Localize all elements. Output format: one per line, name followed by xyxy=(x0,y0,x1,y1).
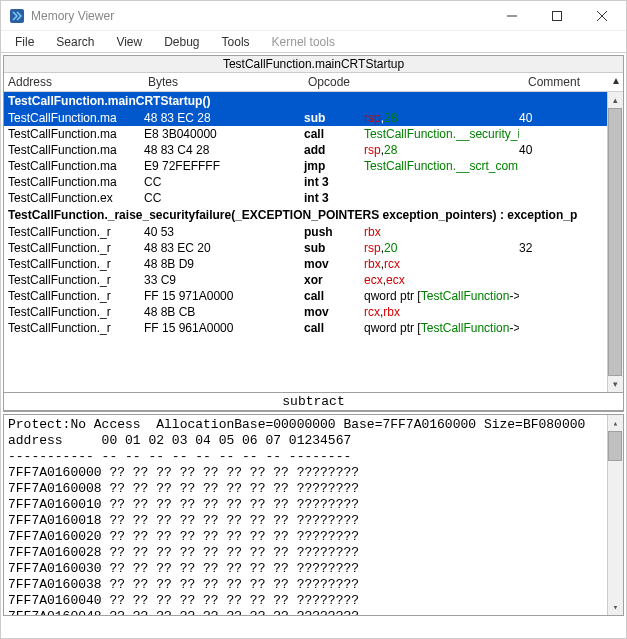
menu-tools[interactable]: Tools xyxy=(212,33,260,51)
row-opcode: sub xyxy=(304,111,364,125)
disasm-row[interactable]: TestCallFunction.maE8 3B040000callTestCa… xyxy=(4,126,623,142)
instruction-info-bar: subtract xyxy=(4,392,623,411)
disasm-row[interactable]: TestCallFunction.maE9 72FEFFFFjmpTestCal… xyxy=(4,158,623,174)
close-button[interactable] xyxy=(579,2,624,30)
disasm-row[interactable]: TestCallFunction._r33 C9xorecx,ecx xyxy=(4,272,623,288)
hex-row[interactable]: 7FF7A0160030 ?? ?? ?? ?? ?? ?? ?? ?? ???… xyxy=(8,561,619,577)
maximize-button[interactable] xyxy=(534,2,579,30)
disasm-row[interactable]: TestCallFunction.maCCint 3 xyxy=(4,174,623,190)
col-address[interactable]: Address xyxy=(4,73,144,91)
hex-row[interactable]: 7FF7A0160008 ?? ?? ?? ?? ?? ?? ?? ?? ???… xyxy=(8,481,619,497)
row-address: TestCallFunction.ma xyxy=(8,175,144,189)
disasm-scrollbar[interactable]: ▴ ▾ xyxy=(607,92,623,392)
col-opcode[interactable]: Opcode xyxy=(304,73,364,91)
row-opcode: int 3 xyxy=(304,191,364,205)
scroll-up-arrow-icon[interactable]: ▴ xyxy=(608,92,623,108)
col-comment[interactable]: Comment xyxy=(524,73,608,91)
svg-rect-2 xyxy=(552,11,561,20)
hex-row[interactable]: 7FF7A0160040 ?? ?? ?? ?? ?? ?? ?? ?? ???… xyxy=(8,593,619,609)
row-address: TestCallFunction.ma xyxy=(8,127,144,141)
row-bytes: 48 83 C4 28 xyxy=(144,143,304,157)
row-comment xyxy=(519,159,619,173)
disassembly-list[interactable]: TestCallFunction.mainCRTStartup()TestCal… xyxy=(4,92,623,392)
window-title: Memory Viewer xyxy=(31,9,489,23)
menu-kernel-tools[interactable]: Kernel tools xyxy=(262,33,345,51)
scroll-thumb[interactable] xyxy=(608,108,622,376)
row-bytes: 40 53 xyxy=(144,225,304,239)
disasm-row[interactable]: TestCallFunction._r48 8B D9movrbx,rcx xyxy=(4,256,623,272)
row-opcode: xor xyxy=(304,273,364,287)
row-operand: rbx xyxy=(364,225,519,239)
hex-panel[interactable]: Protect:No Access AllocationBase=0000000… xyxy=(3,414,624,616)
row-operand: rbx,rcx xyxy=(364,257,519,271)
menu-search[interactable]: Search xyxy=(46,33,104,51)
row-operand xyxy=(364,175,519,189)
row-bytes: E8 3B040000 xyxy=(144,127,304,141)
row-bytes: 48 83 EC 20 xyxy=(144,241,304,255)
hex-row[interactable]: 7FF7A0160010 ?? ?? ?? ?? ?? ?? ?? ?? ???… xyxy=(8,497,619,513)
section-header[interactable]: TestCallFunction._raise_securityfailure(… xyxy=(4,206,623,224)
row-address: TestCallFunction.ex xyxy=(8,191,144,205)
disasm-row[interactable]: TestCallFunction.ma48 83 EC 28subrsp,284… xyxy=(4,110,623,126)
row-comment xyxy=(519,305,619,319)
row-bytes: E9 72FEFFFF xyxy=(144,159,304,173)
minimize-button[interactable] xyxy=(489,2,534,30)
scroll-up-icon[interactable]: ▴ xyxy=(608,73,623,91)
hex-header: address 00 01 02 03 04 05 06 07 01234567 xyxy=(8,433,619,449)
window-controls xyxy=(489,2,624,30)
menu-file[interactable]: File xyxy=(5,33,44,51)
titlebar[interactable]: Memory Viewer xyxy=(1,1,626,31)
row-opcode: int 3 xyxy=(304,175,364,189)
menu-view[interactable]: View xyxy=(106,33,152,51)
row-comment: 40 xyxy=(519,143,619,157)
section-header[interactable]: TestCallFunction.mainCRTStartup() xyxy=(4,92,623,110)
row-address: TestCallFunction._r xyxy=(8,321,144,335)
hex-row[interactable]: 7FF7A0160020 ?? ?? ?? ?? ?? ?? ?? ?? ???… xyxy=(8,529,619,545)
row-address: TestCallFunction.ma xyxy=(8,111,144,125)
row-comment xyxy=(519,191,619,205)
disasm-row[interactable]: TestCallFunction._rFF 15 971A0000callqwo… xyxy=(4,288,623,304)
hex-scroll-thumb[interactable] xyxy=(608,431,622,461)
hex-row[interactable]: 7FF7A0160018 ?? ?? ?? ?? ?? ?? ?? ?? ???… xyxy=(8,513,619,529)
row-bytes: 48 8B D9 xyxy=(144,257,304,271)
hex-row[interactable]: 7FF7A0160028 ?? ?? ?? ?? ?? ?? ?? ?? ???… xyxy=(8,545,619,561)
disasm-row[interactable]: TestCallFunction.ma48 83 C4 28addrsp,284… xyxy=(4,142,623,158)
row-comment: 32 xyxy=(519,241,619,255)
disasm-row[interactable]: TestCallFunction._r48 8B CBmovrcx,rbx xyxy=(4,304,623,320)
row-comment xyxy=(519,289,619,303)
menubar: File Search View Debug Tools Kernel tool… xyxy=(1,31,626,53)
disasm-row[interactable]: TestCallFunction.exCCint 3 xyxy=(4,190,623,206)
row-address: TestCallFunction._r xyxy=(8,225,144,239)
row-address: TestCallFunction.ma xyxy=(8,143,144,157)
disasm-row[interactable]: TestCallFunction._r48 83 EC 20subrsp,203… xyxy=(4,240,623,256)
col-bytes[interactable]: Bytes xyxy=(144,73,304,91)
hex-row[interactable]: 7FF7A0160000 ?? ?? ?? ?? ?? ?? ?? ?? ???… xyxy=(8,465,619,481)
row-opcode: mov xyxy=(304,305,364,319)
row-operand: rcx,rbx xyxy=(364,305,519,319)
hex-separator: ----------- -- -- -- -- -- -- -- -- ----… xyxy=(8,449,619,465)
row-opcode: add xyxy=(304,143,364,157)
row-comment: 40 xyxy=(519,111,619,125)
scroll-down-arrow-icon[interactable]: ▾ xyxy=(608,376,623,392)
row-opcode: push xyxy=(304,225,364,239)
row-address: TestCallFunction._r xyxy=(8,305,144,319)
hex-scroll-down-icon[interactable]: ▾ xyxy=(608,599,623,615)
row-operand: rsp,20 xyxy=(364,241,519,255)
row-bytes: CC xyxy=(144,175,304,189)
hex-scrollbar[interactable]: ▴ ▾ xyxy=(607,415,623,615)
row-comment xyxy=(519,257,619,271)
row-opcode: call xyxy=(304,321,364,335)
row-operand: qword ptr [TestCallFunction->KERNEL32.Se… xyxy=(364,289,519,303)
hex-row[interactable]: 7FF7A0160038 ?? ?? ?? ?? ?? ?? ?? ?? ???… xyxy=(8,577,619,593)
disasm-row[interactable]: TestCallFunction._r40 53pushrbx xyxy=(4,224,623,240)
row-address: TestCallFunction.ma xyxy=(8,159,144,173)
hex-row[interactable]: 7FF7A0160048 ?? ?? ?? ?? ?? ?? ?? ?? ???… xyxy=(8,609,619,616)
row-opcode: call xyxy=(304,127,364,141)
context-header: TestCallFunction.mainCRTStartup xyxy=(4,56,623,73)
menu-debug[interactable]: Debug xyxy=(154,33,209,51)
column-header: Address Bytes Opcode Comment ▴ xyxy=(4,73,623,92)
hex-scroll-up-icon[interactable]: ▴ xyxy=(608,415,623,431)
hex-body: 7FF7A0160000 ?? ?? ?? ?? ?? ?? ?? ?? ???… xyxy=(8,465,619,616)
col-operand[interactable] xyxy=(364,73,524,91)
disasm-row[interactable]: TestCallFunction._rFF 15 961A0000callqwo… xyxy=(4,320,623,336)
